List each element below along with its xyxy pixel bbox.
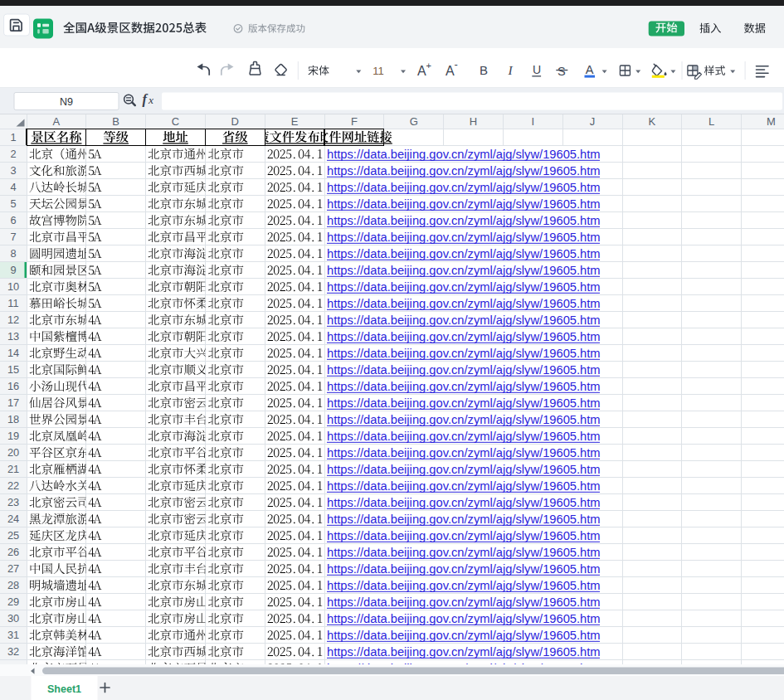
svg-text:A: A bbox=[586, 63, 594, 76]
svg-text:M: M bbox=[767, 115, 776, 128]
svg-text:A: A bbox=[417, 64, 426, 78]
svg-text:E: E bbox=[291, 115, 299, 128]
svg-text:https://data.beijing.gov.cn/zy: https://data.beijing.gov.cn/zyml/ajg/sly… bbox=[327, 197, 601, 211]
svg-text:https://data.beijing.gov.cn/zy: https://data.beijing.gov.cn/zyml/ajg/sly… bbox=[327, 297, 601, 310]
svg-text:https://data.beijing.gov.cn/zy: https://data.beijing.gov.cn/zyml/ajg/sly… bbox=[327, 247, 601, 260]
svg-text:U: U bbox=[533, 63, 541, 76]
svg-text:23: 23 bbox=[7, 496, 19, 508]
svg-text:https://data.beijing.gov.cn/zy: https://data.beijing.gov.cn/zyml/ajg/sly… bbox=[327, 148, 601, 161]
svg-text:C: C bbox=[172, 115, 179, 128]
svg-text:https://data.beijing.gov.cn/zy: https://data.beijing.gov.cn/zyml/ajg/sly… bbox=[327, 463, 601, 476]
svg-text:20: 20 bbox=[7, 446, 19, 459]
svg-text:N9: N9 bbox=[60, 96, 73, 108]
svg-text:+: + bbox=[426, 61, 431, 70]
svg-text:https://data.beijing.gov.cn/zy: https://data.beijing.gov.cn/zyml/ajg/sly… bbox=[327, 430, 601, 443]
svg-text:S: S bbox=[558, 65, 566, 78]
svg-text:B: B bbox=[112, 115, 119, 128]
svg-text:Sheet1: Sheet1 bbox=[47, 683, 81, 695]
svg-text:https://data.beijing.gov.cn/zy: https://data.beijing.gov.cn/zyml/ajg/sly… bbox=[327, 413, 601, 426]
svg-text:21: 21 bbox=[7, 463, 19, 475]
svg-text:https://data.beijing.gov.cn/zy: https://data.beijing.gov.cn/zyml/ajg/sly… bbox=[327, 314, 601, 327]
svg-text:I: I bbox=[531, 115, 534, 128]
svg-text:-: - bbox=[455, 58, 458, 70]
svg-text:25: 25 bbox=[7, 529, 19, 542]
svg-text:https://data.beijing.gov.cn/zy: https://data.beijing.gov.cn/zyml/ajg/sly… bbox=[327, 546, 601, 559]
svg-text:5: 5 bbox=[10, 197, 16, 210]
svg-text:32: 32 bbox=[7, 645, 19, 658]
svg-text:2: 2 bbox=[10, 148, 16, 160]
svg-text:18: 18 bbox=[7, 413, 19, 425]
svg-text:https://data.beijing.gov.cn/zy: https://data.beijing.gov.cn/zyml/ajg/sly… bbox=[327, 579, 601, 592]
svg-text:I: I bbox=[508, 63, 514, 77]
svg-text:22: 22 bbox=[7, 479, 19, 492]
svg-text:8: 8 bbox=[10, 247, 16, 260]
svg-text:11: 11 bbox=[373, 65, 384, 77]
svg-text:https://data.beijing.gov.cn/zy: https://data.beijing.gov.cn/zyml/ajg/sly… bbox=[327, 380, 601, 393]
svg-text:https://data.beijing.gov.cn/zy: https://data.beijing.gov.cn/zyml/ajg/sly… bbox=[327, 562, 601, 576]
svg-text:27: 27 bbox=[7, 562, 19, 575]
svg-text:14: 14 bbox=[7, 347, 19, 359]
svg-text:31: 31 bbox=[7, 629, 19, 641]
svg-text:https://data.beijing.gov.cn/zy: https://data.beijing.gov.cn/zyml/ajg/sly… bbox=[327, 330, 601, 343]
svg-text:29: 29 bbox=[7, 595, 19, 608]
svg-text:https://data.beijing.gov.cn/zy: https://data.beijing.gov.cn/zyml/ajg/sly… bbox=[327, 396, 601, 410]
svg-text:https://data.beijing.gov.cn/zy: https://data.beijing.gov.cn/zyml/ajg/sly… bbox=[327, 181, 601, 194]
svg-text:11: 11 bbox=[7, 297, 18, 309]
svg-text:4: 4 bbox=[10, 181, 16, 193]
svg-text:19: 19 bbox=[7, 430, 19, 442]
svg-text:6: 6 bbox=[10, 214, 16, 226]
svg-text:J: J bbox=[590, 115, 596, 128]
svg-text:17: 17 bbox=[7, 396, 19, 409]
svg-text:1: 1 bbox=[10, 131, 16, 143]
svg-text:https://data.beijing.gov.cn/zy: https://data.beijing.gov.cn/zyml/ajg/sly… bbox=[327, 164, 601, 177]
svg-text:G: G bbox=[410, 115, 418, 128]
svg-text:H: H bbox=[470, 115, 477, 128]
svg-text:https://data.beijing.gov.cn/zy: https://data.beijing.gov.cn/zyml/ajg/sly… bbox=[327, 529, 601, 542]
svg-text:24: 24 bbox=[7, 513, 19, 525]
svg-text:https://data.beijing.gov.cn/zy: https://data.beijing.gov.cn/zyml/ajg/sly… bbox=[327, 629, 601, 642]
svg-text:https://data.beijing.gov.cn/zy: https://data.beijing.gov.cn/zyml/ajg/sly… bbox=[327, 231, 601, 244]
svg-text:L: L bbox=[709, 115, 714, 128]
svg-text:https://data.beijing.gov.cn/zy: https://data.beijing.gov.cn/zyml/ajg/sly… bbox=[327, 496, 601, 509]
svg-text:x: x bbox=[148, 94, 153, 106]
svg-text:https://data.beijing.gov.cn/zy: https://data.beijing.gov.cn/zyml/ajg/sly… bbox=[327, 513, 601, 526]
svg-text:f: f bbox=[143, 91, 149, 107]
svg-text:16: 16 bbox=[7, 380, 19, 392]
svg-text:15: 15 bbox=[7, 363, 19, 376]
svg-text:https://data.beijing.gov.cn/zy: https://data.beijing.gov.cn/zyml/ajg/sly… bbox=[327, 264, 601, 277]
svg-text:K: K bbox=[649, 115, 656, 128]
svg-text:https://data.beijing.gov.cn/zy: https://data.beijing.gov.cn/zyml/ajg/sly… bbox=[327, 595, 601, 609]
svg-text:7: 7 bbox=[10, 231, 16, 243]
svg-text:12: 12 bbox=[7, 314, 19, 326]
svg-text:F: F bbox=[351, 115, 358, 128]
svg-text:D: D bbox=[231, 115, 239, 128]
svg-text:A: A bbox=[446, 64, 455, 78]
svg-text:28: 28 bbox=[7, 579, 19, 591]
svg-text:https://data.beijing.gov.cn/zy: https://data.beijing.gov.cn/zyml/ajg/sly… bbox=[327, 280, 601, 294]
svg-text:13: 13 bbox=[7, 330, 19, 343]
svg-text:https://data.beijing.gov.cn/zy: https://data.beijing.gov.cn/zyml/ajg/sly… bbox=[327, 363, 601, 377]
svg-text:https://data.beijing.gov.cn/zy: https://data.beijing.gov.cn/zyml/ajg/sly… bbox=[327, 479, 601, 493]
svg-text:B: B bbox=[480, 63, 488, 77]
svg-text:3: 3 bbox=[10, 164, 16, 177]
svg-text:10: 10 bbox=[7, 280, 19, 293]
svg-text:https://data.beijing.gov.cn/zy: https://data.beijing.gov.cn/zyml/ajg/sly… bbox=[327, 214, 601, 227]
svg-text:A: A bbox=[53, 115, 61, 128]
svg-text:30: 30 bbox=[7, 612, 19, 625]
svg-text:https://data.beijing.gov.cn/zy: https://data.beijing.gov.cn/zyml/ajg/sly… bbox=[327, 612, 601, 625]
svg-text:26: 26 bbox=[7, 546, 19, 558]
svg-text:9: 9 bbox=[10, 264, 16, 276]
svg-text:https://data.beijing.gov.cn/zy: https://data.beijing.gov.cn/zyml/ajg/sly… bbox=[327, 645, 601, 659]
svg-text:https://data.beijing.gov.cn/zy: https://data.beijing.gov.cn/zyml/ajg/sly… bbox=[327, 446, 601, 459]
svg-text:https://data.beijing.gov.cn/zy: https://data.beijing.gov.cn/zyml/ajg/sly… bbox=[327, 347, 601, 360]
